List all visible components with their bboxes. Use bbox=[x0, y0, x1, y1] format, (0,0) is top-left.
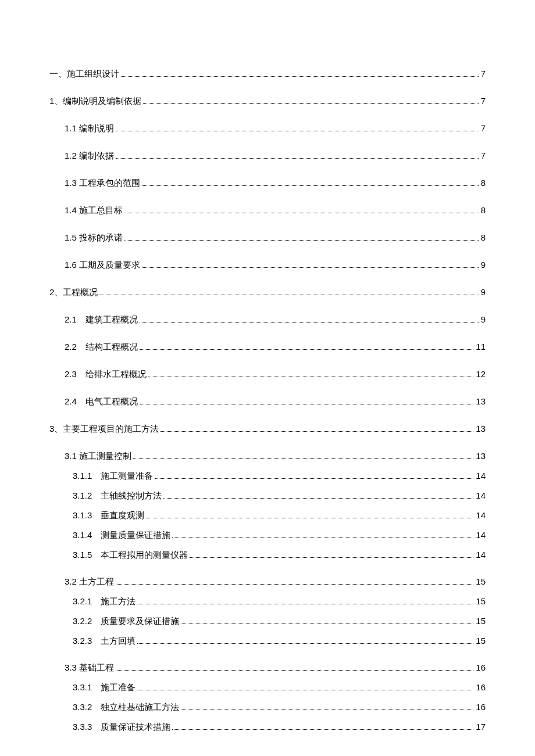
toc-entry: 一、施工组织设计7 bbox=[49, 69, 486, 80]
toc-label: 3、主要工程项目的施工方法 bbox=[49, 424, 159, 435]
toc-leader bbox=[172, 538, 473, 538]
toc-entry: 3.3.2 独立柱基础施工方法16 bbox=[49, 702, 486, 713]
toc-leader bbox=[148, 377, 473, 377]
toc-leader bbox=[137, 604, 473, 604]
toc-page-number: 7 bbox=[481, 96, 486, 106]
toc-leader bbox=[146, 518, 473, 518]
toc-entry: 3.1 施工测量控制13 bbox=[49, 451, 486, 462]
toc-page-number: 15 bbox=[476, 636, 486, 646]
toc-entry: 2.3 给排水工程概况12 bbox=[49, 369, 486, 380]
toc-page-number: 14 bbox=[476, 550, 486, 560]
toc-leader bbox=[143, 103, 478, 104]
toc-leader bbox=[172, 729, 473, 730]
toc-label: 3.2.1 施工方法 bbox=[73, 596, 135, 607]
toc-label: 3.1.5 本工程拟用的测量仪器 bbox=[73, 550, 188, 561]
toc-page-number: 8 bbox=[481, 232, 486, 242]
toc-page-number: 15 bbox=[476, 616, 486, 626]
toc-leader bbox=[124, 213, 479, 213]
toc-label: 1.6 工期及质量要求 bbox=[65, 260, 140, 271]
toc-entry: 3.1.1 施工测量准备14 bbox=[49, 471, 486, 482]
toc-entry: 3.3.1 施工准备16 bbox=[49, 682, 486, 693]
toc-label: 2、工程概况 bbox=[49, 287, 98, 298]
toc-page-number: 15 bbox=[476, 596, 486, 606]
toc-label: 3.3.3 质量保证技术措施 bbox=[73, 722, 170, 733]
toc-label: 1.3 工程承包的范围 bbox=[65, 178, 140, 189]
toc-entry: 3.3.3 质量保证技术措施17 bbox=[49, 722, 486, 733]
toc-page-number: 13 bbox=[476, 451, 486, 461]
toc-label: 2.1 建筑工程概况 bbox=[65, 314, 138, 325]
toc-page-number: 11 bbox=[476, 342, 486, 352]
toc-label: 1、编制说明及编制依据 bbox=[49, 96, 141, 107]
toc-entry: 2.4 电气工程概况13 bbox=[49, 396, 486, 407]
toc-entry: 3.2.1 施工方法15 bbox=[49, 596, 486, 607]
toc-label: 1.5 投标的承诺 bbox=[65, 232, 123, 243]
toc-page-number: 7 bbox=[481, 151, 486, 160]
toc-leader bbox=[155, 478, 473, 479]
toc-page-number: 17 bbox=[476, 722, 486, 732]
toc-page-number: 8 bbox=[481, 205, 486, 215]
toc-entry: 1、编制说明及编制依据7 bbox=[49, 96, 486, 107]
toc-leader bbox=[142, 267, 479, 268]
toc-entry: 3.2 土方工程15 bbox=[49, 576, 486, 587]
toc-page-number: 13 bbox=[476, 424, 486, 433]
toc-entry: 3.3 基础工程16 bbox=[49, 662, 486, 673]
spacer bbox=[49, 655, 486, 662]
toc-leader bbox=[137, 690, 473, 690]
toc-leader bbox=[140, 322, 479, 323]
toc-page-number: 14 bbox=[476, 490, 486, 500]
toc-label: 1.2 编制依据 bbox=[65, 151, 114, 162]
toc-leader bbox=[160, 431, 473, 432]
toc-label: 3.2.3 土方回填 bbox=[73, 636, 135, 647]
toc-leader bbox=[163, 498, 473, 499]
toc-entry: 1.1 编制说明7 bbox=[49, 123, 486, 134]
toc-entry: 2.1 建筑工程概况9 bbox=[49, 314, 486, 325]
toc-entry: 2、工程概况9 bbox=[49, 287, 486, 298]
toc-page-number: 14 bbox=[476, 510, 486, 520]
toc-label: 3.2.2 质量要求及保证措施 bbox=[73, 616, 179, 627]
toc-entry: 3.1.3 垂直度观测14 bbox=[49, 510, 486, 521]
toc-leader bbox=[140, 404, 473, 404]
toc-page-number: 9 bbox=[481, 314, 486, 324]
toc-entry: 1.6 工期及质量要求9 bbox=[49, 260, 486, 271]
toc-label: 3.3.1 施工准备 bbox=[73, 682, 135, 693]
toc-label: 2.3 给排水工程概况 bbox=[65, 369, 147, 380]
toc-leader bbox=[121, 76, 479, 77]
toc-leader bbox=[181, 624, 473, 624]
toc-entry: 2.2 结构工程概况11 bbox=[49, 342, 486, 353]
toc-label: 3.1.4 测量质量保证措施 bbox=[73, 530, 170, 541]
toc-label: 2.2 结构工程概况 bbox=[65, 342, 138, 353]
toc-container: 一、施工组织设计71、编制说明及编制依据71.1 编制说明71.2 编制依据71… bbox=[0, 0, 535, 733]
toc-page-number: 14 bbox=[476, 530, 486, 540]
toc-page-number: 9 bbox=[481, 287, 486, 297]
toc-page-number: 9 bbox=[481, 260, 486, 270]
toc-leader bbox=[116, 670, 473, 671]
spacer bbox=[49, 569, 486, 576]
toc-label: 3.3.2 独立柱基础施工方法 bbox=[73, 702, 179, 713]
toc-leader bbox=[116, 584, 473, 585]
toc-leader bbox=[181, 710, 473, 710]
toc-leader bbox=[99, 295, 478, 295]
toc-page-number: 16 bbox=[476, 662, 486, 672]
toc-leader bbox=[116, 131, 479, 131]
toc-entry: 1.2 编制依据7 bbox=[49, 151, 486, 162]
toc-label: 3.1.1 施工测量准备 bbox=[73, 471, 153, 482]
toc-leader bbox=[137, 643, 473, 644]
toc-label: 一、施工组织设计 bbox=[49, 69, 119, 80]
toc-leader bbox=[140, 349, 473, 350]
toc-label: 2.4 电气工程概况 bbox=[65, 396, 138, 407]
toc-entry: 3.1.4 测量质量保证措施14 bbox=[49, 530, 486, 541]
toc-label: 3.1 施工测量控制 bbox=[65, 451, 131, 462]
toc-entry: 3.2.2 质量要求及保证措施15 bbox=[49, 616, 486, 627]
toc-page-number: 16 bbox=[476, 682, 486, 692]
toc-entry: 3、主要工程项目的施工方法13 bbox=[49, 424, 486, 435]
toc-label: 3.1.2 主轴线控制方法 bbox=[73, 490, 162, 501]
toc-page-number: 8 bbox=[481, 178, 486, 188]
toc-leader bbox=[116, 158, 479, 159]
toc-entry: 3.1.2 主轴线控制方法14 bbox=[49, 490, 486, 501]
toc-entry: 1.3 工程承包的范围8 bbox=[49, 178, 486, 189]
toc-entry: 3.1.5 本工程拟用的测量仪器14 bbox=[49, 550, 486, 561]
toc-leader bbox=[124, 240, 479, 241]
toc-page-number: 12 bbox=[476, 369, 486, 379]
toc-page-number: 15 bbox=[476, 576, 486, 586]
toc-page-number: 13 bbox=[476, 396, 486, 406]
